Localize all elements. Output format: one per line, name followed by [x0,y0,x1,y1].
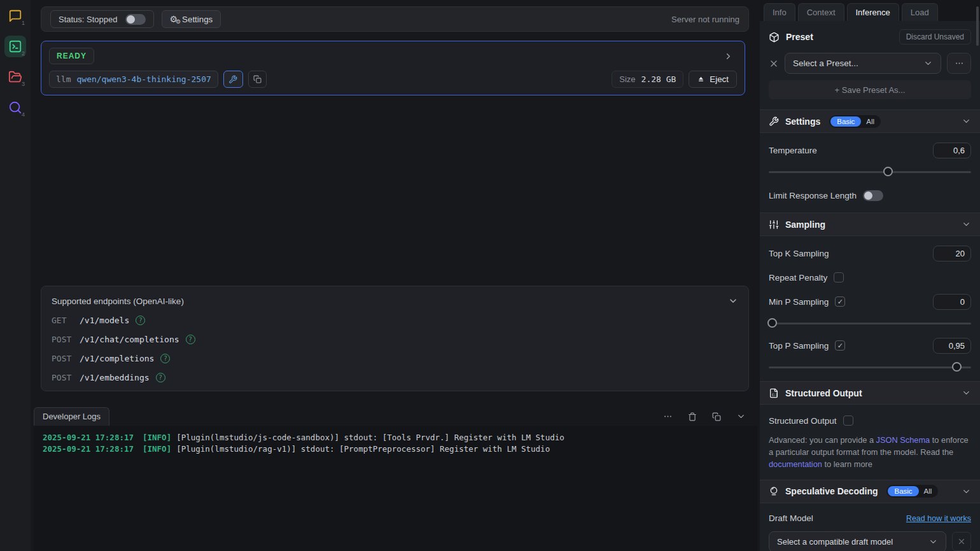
documentation-link[interactable]: documentation [769,459,822,469]
min-p-slider[interactable] [769,318,971,328]
chevron-down-icon[interactable] [962,487,971,496]
all-pill[interactable]: All [861,116,879,127]
tab-load[interactable]: Load [902,3,938,21]
server-status-toggle-group: Status: Stopped [50,10,154,28]
clear-logs-trash-icon[interactable] [688,412,697,421]
log-line: 2025-09-21 17:28:17[INFO][Plugin(lmstudi… [43,432,748,443]
sliders-icon [769,220,779,230]
settings-section-body: Temperature 0,6 Limit Response Length [760,133,980,213]
basic-pill[interactable]: Basic [830,116,861,127]
server-toggle[interactable] [125,14,146,25]
repeat-penalty-checkbox[interactable] [834,272,844,282]
top-p-input[interactable]: 0,95 [933,338,971,354]
speculative-basic-all-toggle: Basic All [886,485,938,498]
min-p-input[interactable]: 0 [933,294,971,310]
sidebar-item-discover[interactable]: 4 [4,97,26,118]
settings-basic-all-toggle: Basic All [829,115,881,128]
model-identifier-pill[interactable]: llm qwen/qwen3-4b-thinking-2507 [49,71,218,88]
endpoint-row: GET /v1/models ? [52,316,738,325]
top-p-slider[interactable] [769,362,971,372]
discard-unsaved-button[interactable]: Discard Unsaved [899,29,971,45]
copy-model-id-button[interactable] [248,71,267,88]
endpoint-row: POST /v1/completions ? [52,354,738,363]
chevron-right-icon[interactable] [724,52,737,61]
server-status-bar: Status: Stopped ⚙⚙ Settings Server not r… [41,6,749,32]
structured-output-section-header[interactable]: {;} Structured Output [760,381,980,405]
copy-logs-icon[interactable] [712,412,721,421]
speculative-decoding-title: Speculative Decoding [785,486,878,496]
supported-endpoints-panel: Supported endpoints (OpenAI-like) GET /v… [41,286,749,391]
chevron-down-icon[interactable] [962,116,971,126]
temperature-label: Temperature [769,146,817,155]
logs-more-icon[interactable] [663,412,673,421]
gear-icon: ⚙⚙ [170,15,178,24]
limit-response-length-toggle[interactable] [863,190,883,201]
basic-pill[interactable]: Basic [888,486,918,496]
sidebar-item-developer[interactable]: 2 [4,36,26,57]
loaded-model-panel: READY llm qwen/qwen3-4b-thinking-2507 Si… [41,41,745,95]
logs-output[interactable]: 2025-09-21 17:28:17[INFO][Plugin(lmstudi… [34,426,757,551]
sidebar-item-chat[interactable]: 1 [4,5,26,27]
repeat-penalty-label: Repeat Penalty [769,273,827,282]
tab-inference[interactable]: Inference [847,3,899,21]
collapse-logs-chevron-icon[interactable] [736,412,746,421]
chevron-down-icon[interactable] [728,296,738,306]
help-circle-icon[interactable]: ? [160,354,170,363]
draft-model-label: Draft Model [769,513,813,523]
tab-info[interactable]: Info [764,3,795,21]
structured-output-checkbox[interactable] [843,415,853,426]
speculative-decoding-section-body: Draft Model Read how it works Select a c… [760,503,980,551]
save-preset-as-button[interactable]: + Save Preset As... [769,80,971,99]
server-status-text: Server not running [671,15,739,24]
model-name: qwen/qwen3-4b-thinking-2507 [76,74,211,84]
developer-logs-section: Developer Logs 2025-09-21 17:28:17[INFO]… [31,407,760,551]
sampling-section-header[interactable]: Sampling [760,213,980,236]
structured-output-label: Structured Output [769,416,837,426]
sidebar-badge: 1 [22,20,25,26]
preset-more-button[interactable] [947,53,971,74]
preset-title: Preset [786,32,813,42]
terminal-icon [8,39,22,53]
clear-preset-x-icon[interactable] [769,59,779,69]
config-tabs: Info Context Inference Load [760,0,980,21]
temperature-input[interactable]: 0,6 [933,143,971,158]
svg-text:{;}: {;} [772,392,778,396]
preset-section: Preset Discard Unsaved Select a Preset..… [760,21,980,109]
log-line: 2025-09-21 17:28:17[INFO][Plugin(lmstudi… [43,443,748,455]
sampling-title: Sampling [785,220,825,230]
model-tools-button[interactable] [223,71,243,88]
developer-logs-tab[interactable]: Developer Logs [34,407,109,426]
eject-icon [697,75,705,83]
top-k-input[interactable]: 20 [933,246,971,262]
settings-section-header[interactable]: Settings Basic All [760,109,980,133]
chevron-down-icon[interactable] [962,220,971,229]
all-pill[interactable]: All [919,486,937,496]
file-json-icon: {;} [769,388,779,398]
server-settings-button[interactable]: ⚙⚙ Settings [162,10,221,28]
chat-icon [8,9,22,23]
sampling-section-body: Top K Sampling 20 Repeat Penalty Min P S… [760,236,980,381]
tab-context[interactable]: Context [798,3,844,21]
panel-scrollbar[interactable] [976,6,979,46]
min-p-checkbox[interactable] [835,296,845,307]
wrench-icon [228,75,237,84]
help-circle-icon[interactable]: ? [186,335,195,344]
read-how-it-works-link[interactable]: Read how it works [906,514,971,523]
preset-select[interactable]: Select a Preset... [785,53,941,74]
structured-output-section-body: Structured Output Advanced: you can prov… [760,405,980,480]
temperature-slider[interactable] [769,167,971,177]
structured-output-description: Advanced: you can provide a JSON Schema … [769,434,971,471]
model-type-label: llm [56,74,71,84]
top-p-checkbox[interactable] [835,340,845,351]
speculative-decoding-section-header[interactable]: Speculative Decoding Basic All [760,480,980,503]
json-schema-link[interactable]: JSON Schema [876,435,930,445]
size-label: Size [619,74,635,84]
eject-model-button[interactable]: Eject [689,71,737,88]
clear-draft-model-x-icon[interactable] [952,532,971,551]
draft-model-select[interactable]: Select a compatible draft model [769,531,946,551]
chevron-down-icon[interactable] [962,388,971,398]
help-circle-icon[interactable]: ? [156,373,165,382]
sidebar-item-my-models[interactable]: 3 [4,66,26,88]
help-circle-icon[interactable]: ? [136,316,145,325]
settings-title: Settings [785,116,820,127]
